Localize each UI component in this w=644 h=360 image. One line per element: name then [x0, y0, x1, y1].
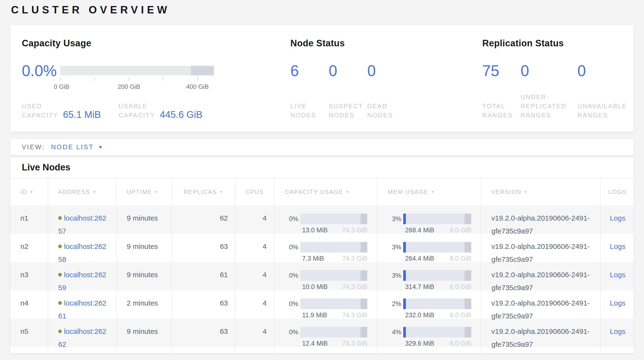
- table-row: n5 localhost:26262 9 minutes 63 4 0% 12.…: [10, 319, 634, 347]
- column-header-logs: LOGS: [600, 178, 634, 206]
- capacity-gauge-reserved-segment: [191, 66, 214, 75]
- memory-usage-cell: 2% 232.0 MiB 8.0 GiB: [377, 290, 481, 322]
- node-id-cell: n2: [10, 234, 48, 266]
- capacity-total-value: 74.3 GiB: [342, 311, 367, 319]
- sort-arrow-icon: ▼: [30, 190, 34, 194]
- memory-total-value: 8.0 GiB: [450, 339, 471, 347]
- capacity-gauge: 0 GiB 200 GiB 400 GiB: [60, 66, 214, 97]
- view-dropdown[interactable]: NODE LIST ▼: [51, 143, 103, 151]
- used-capacity-stat: USED CAPACITY 65.1 MiB: [22, 102, 101, 120]
- node-logs-cell: Logs: [600, 262, 634, 294]
- node-logs-link[interactable]: Logs: [610, 327, 625, 335]
- memory-total-value: 8.0 GiB: [450, 226, 471, 234]
- dead-nodes-count: 0: [367, 63, 376, 78]
- capacity-usage-bar: [300, 299, 367, 309]
- node-replicas-cell: 61: [172, 262, 235, 294]
- memory-usage-percent: 3%: [388, 214, 403, 224]
- capacity-usage-percent: 0%: [285, 242, 300, 253]
- node-id-cell: n5: [10, 319, 48, 351]
- memory-usage-bar-fill: [403, 299, 406, 309]
- unavailable-ranges-label: UNAVAILABLE RANGES: [578, 102, 627, 120]
- memory-used-value: 314.7 MiB: [405, 283, 434, 291]
- memory-used-value: 268.4 MiB: [405, 226, 434, 234]
- node-address-cell: localhost:26258: [48, 234, 116, 266]
- memory-used-value: 264.4 MiB: [405, 254, 434, 263]
- memory-usage-bar-fill: [403, 242, 406, 253]
- view-label: VIEW:: [22, 143, 45, 151]
- capacity-usage-percent: 0%: [285, 299, 300, 309]
- dead-nodes-label: DEAD NODES: [367, 102, 393, 120]
- gauge-tick: [60, 77, 60, 81]
- node-cpus-cell: 4: [235, 234, 274, 266]
- capacity-usage-percent: 0%: [285, 327, 300, 337]
- node-logs-link[interactable]: Logs: [610, 299, 625, 307]
- replication-status-title: Replication Status: [482, 38, 636, 49]
- page-title: CLUSTER OVERVIEW: [11, 4, 170, 16]
- node-id-cell: n1: [10, 206, 48, 238]
- replication-status-panel: Replication Status 75 TOTAL RANGES 0 UND…: [482, 38, 636, 120]
- unavailable-ranges-count: 0: [578, 63, 586, 78]
- node-address-cell: localhost:26261: [48, 290, 116, 322]
- memory-usage-bar: [403, 214, 471, 224]
- table-body: n1 localhost:26257 9 minutes 62 4 0% 13.…: [10, 206, 634, 347]
- live-nodes-card: Live Nodes ID▼ ADDRESS▼ UPTIME▼ REPLICAS…: [10, 157, 634, 353]
- node-cpus-cell: 4: [235, 262, 274, 294]
- column-header-capacity-usage[interactable]: CAPACITY USAGE▼: [274, 178, 377, 206]
- table-row-partial: [10, 347, 634, 353]
- node-replicas-cell: 63: [172, 234, 235, 266]
- node-version-cell: v19.2.0-alpha.20190606-2491-gfe735c9a97: [481, 262, 600, 294]
- table-row: n1 localhost:26257 9 minutes 62 4 0% 13.…: [10, 206, 634, 234]
- node-replicas-cell: 62: [172, 206, 235, 238]
- view-selector-bar: VIEW: NODE LIST ▼: [10, 139, 634, 155]
- memory-usage-bar-fill: [403, 214, 406, 224]
- column-header-cpus: CPUS: [235, 178, 274, 206]
- view-dropdown-value: NODE LIST: [51, 143, 94, 151]
- capacity-usage-percent: 0%: [285, 270, 300, 281]
- memory-usage-bar: [403, 242, 471, 253]
- memory-total-value: 8.0 GiB: [450, 311, 471, 319]
- usable-capacity-label: USABLE CAPACITY: [118, 102, 155, 120]
- capacity-usage-cell: 0% 13.0 MiB 74.3 GiB: [274, 206, 377, 238]
- capacity-used-value: 10.0 MiB: [302, 283, 328, 291]
- node-logs-link[interactable]: Logs: [610, 242, 625, 250]
- node-uptime-cell: 2 minutes: [116, 290, 172, 322]
- capacity-usage-bar: [300, 214, 367, 224]
- live-nodes-table: ID▼ ADDRESS▼ UPTIME▼ REPLICAS▼ CPUS CAPA…: [10, 178, 634, 353]
- node-id-cell: n4: [10, 290, 48, 322]
- capacity-usage-cell: 0% 7.3 MiB 74.3 GiB: [274, 234, 377, 266]
- sort-arrow-icon: ▼: [93, 190, 97, 194]
- capacity-total-value: 74.3 GiB: [342, 226, 367, 234]
- used-capacity-label: USED CAPACITY: [22, 102, 58, 120]
- column-header-mem-usage[interactable]: MEM USAGE▼: [377, 178, 481, 206]
- column-header-replicas[interactable]: REPLICAS▼: [172, 178, 235, 206]
- memory-total-value: 8.0 GiB: [450, 283, 471, 291]
- memory-usage-percent: 2%: [388, 299, 403, 309]
- capacity-gauge-track: [60, 66, 214, 75]
- capacity-total-value: 74.3 GiB: [342, 254, 367, 263]
- column-header-id[interactable]: ID▼: [10, 178, 48, 206]
- node-logs-link[interactable]: Logs: [610, 214, 625, 222]
- node-version-cell: v19.2.0-alpha.20190606-2491-gfe735c9a97: [481, 319, 600, 351]
- memory-usage-bar-fill: [403, 327, 406, 337]
- column-header-version[interactable]: VERSION▼: [481, 178, 600, 206]
- capacity-percent: 0.0%: [22, 63, 57, 78]
- node-live-dot-icon: [58, 329, 62, 333]
- memory-used-value: 232.0 MiB: [405, 311, 434, 319]
- memory-used-value: 329.6 MiB: [405, 339, 434, 347]
- node-uptime-cell: 9 minutes: [116, 262, 172, 294]
- table-row: n3 localhost:26259 9 minutes 61 4 0% 10.…: [10, 262, 634, 290]
- total-ranges-label: TOTAL RANGES: [482, 102, 513, 120]
- capacity-usage-bar: [300, 270, 367, 281]
- gauge-tick: [94, 77, 95, 81]
- memory-usage-cell: 3% 314.7 MiB 8.0 GiB: [377, 262, 481, 294]
- memory-total-value: 8.0 GiB: [450, 254, 471, 263]
- node-logs-link[interactable]: Logs: [610, 271, 625, 279]
- dropdown-caret-icon: ▼: [98, 145, 103, 149]
- node-address-cell: localhost:26257: [48, 206, 116, 238]
- node-replicas-cell: 63: [172, 319, 235, 351]
- column-header-uptime[interactable]: UPTIME▼: [116, 178, 172, 206]
- capacity-usage-cell: 0% 12.4 MiB 74.3 GiB: [274, 319, 377, 351]
- node-live-dot-icon: [58, 216, 62, 220]
- node-status-panel: Node Status 6 LIVE NODES 0 SUSPECT NODES…: [290, 38, 475, 120]
- column-header-address[interactable]: ADDRESS▼: [48, 178, 116, 206]
